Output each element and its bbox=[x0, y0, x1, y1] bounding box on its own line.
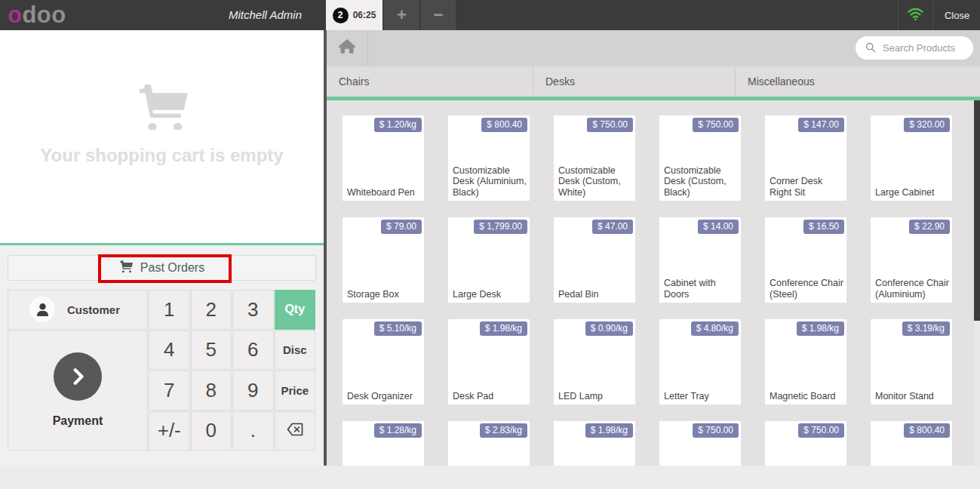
order-tab[interactable]: 2 06:25 bbox=[326, 0, 382, 30]
product-name: Customizable Desk (Custom, Black) bbox=[664, 165, 739, 198]
price-badge: $ 750.00 bbox=[587, 118, 633, 132]
product-card[interactable]: $ 4.80/kgLetter Tray bbox=[659, 318, 742, 405]
numpad-key-4[interactable]: 4 bbox=[149, 331, 190, 371]
past-orders-button[interactable]: Past Orders bbox=[8, 255, 316, 281]
chevron-right-icon bbox=[54, 352, 102, 401]
bottom-strip bbox=[0, 466, 980, 489]
product-card[interactable]: $ 800.40 bbox=[870, 420, 953, 466]
product-card[interactable]: $ 79.00Storage Box bbox=[342, 217, 425, 303]
product-name: Large Cabinet bbox=[875, 187, 950, 198]
category-tabs: ChairsDesksMiscellaneous bbox=[327, 66, 980, 97]
price-badge: $ 4.80/kg bbox=[691, 321, 739, 336]
payment-label: Payment bbox=[53, 414, 103, 428]
numpad-key-9[interactable]: 9 bbox=[232, 371, 274, 411]
price-badge: $ 1.98/kg bbox=[585, 423, 633, 438]
product-name: Large Desk bbox=[453, 289, 527, 300]
price-badge: $ 5.10/kg bbox=[374, 321, 422, 336]
product-scrollbar-thumb[interactable] bbox=[974, 100, 980, 321]
control-pad-region: Past Orders Customer Payment 123Qty456Di… bbox=[0, 245, 324, 466]
price-badge: $ 750.00 bbox=[693, 118, 739, 132]
product-card[interactable]: $ 1.98/kgDesk Pad bbox=[447, 318, 530, 405]
numpad-mode-qty[interactable]: Qty bbox=[275, 290, 316, 330]
close-button[interactable]: Close bbox=[934, 0, 980, 30]
product-card[interactable]: $ 14.00Cabinet with Doors bbox=[659, 217, 742, 303]
price-badge: $ 1.98/kg bbox=[480, 321, 527, 336]
order-count-badge: 2 bbox=[333, 8, 349, 23]
numpad-key-7[interactable]: 7 bbox=[149, 371, 190, 411]
product-card[interactable]: $ 47.00Pedal Bin bbox=[553, 217, 636, 303]
product-name: Magnetic Board bbox=[770, 391, 844, 402]
product-card[interactable]: $ 147.00Corner Desk Right Sit bbox=[764, 115, 847, 201]
remove-order-button[interactable]: − bbox=[421, 0, 456, 30]
product-card[interactable]: $ 2.83/kg bbox=[447, 420, 530, 466]
payment-button[interactable]: Payment bbox=[8, 331, 148, 451]
product-card[interactable]: $ 3.19/kgMonitor Stand bbox=[870, 318, 953, 405]
product-name: Corner Desk Right Sit bbox=[770, 176, 844, 198]
category-tab-desks[interactable]: Desks bbox=[533, 66, 736, 97]
top-bar: odoo Mitchell Admin 2 06:25 + − Close bbox=[0, 0, 980, 30]
product-scrollbar-track[interactable] bbox=[974, 100, 980, 466]
wifi-status-button[interactable] bbox=[898, 0, 933, 30]
numpad-key-0[interactable]: 0 bbox=[191, 411, 232, 451]
category-tab-miscellaneous[interactable]: Miscellaneous bbox=[736, 66, 980, 97]
product-card[interactable]: $ 1,799.00Large Desk bbox=[447, 217, 530, 303]
numpad-key-backspace[interactable] bbox=[275, 411, 316, 451]
home-category-button[interactable] bbox=[327, 30, 368, 66]
numpad-key--[interactable]: +/- bbox=[149, 411, 190, 451]
product-card[interactable]: $ 16.50Conference Chair (Steel) bbox=[764, 217, 847, 303]
price-badge: $ 147.00 bbox=[798, 118, 844, 132]
product-card[interactable]: $ 750.00Customizable Desk (Custom, Black… bbox=[659, 115, 742, 201]
new-order-button[interactable]: + bbox=[384, 0, 419, 30]
product-name: Desk Organizer bbox=[347, 391, 422, 402]
numpad-key-5[interactable]: 5 bbox=[191, 331, 232, 371]
product-card[interactable]: $ 1.98/kgMagnetic Board bbox=[764, 318, 847, 405]
product-card[interactable]: $ 750.00 bbox=[659, 420, 742, 466]
product-card[interactable]: $ 1.98/kg bbox=[553, 420, 636, 466]
backspace-icon bbox=[286, 419, 304, 442]
empty-cart-message: Your shopping cart is empty bbox=[40, 145, 283, 166]
product-name: Whiteboard Pen bbox=[347, 187, 422, 198]
past-orders-label: Past Orders bbox=[140, 261, 204, 275]
product-card[interactable]: $ 5.10/kgDesk Organizer bbox=[342, 318, 425, 405]
product-name: Conference Chair (Steel) bbox=[770, 278, 844, 300]
product-name: LED Lamp bbox=[558, 391, 633, 402]
product-card[interactable]: $ 1.28/kg bbox=[342, 420, 425, 466]
customer-avatar bbox=[29, 297, 55, 322]
product-card[interactable]: $ 800.40Customizable Desk (Aluminium, Bl… bbox=[447, 115, 530, 201]
search-icon bbox=[865, 42, 877, 57]
price-badge: $ 16.50 bbox=[803, 220, 844, 234]
numpad-mode-disc[interactable]: Disc bbox=[275, 331, 316, 371]
category-tab-chairs[interactable]: Chairs bbox=[327, 66, 533, 97]
price-badge: $ 320.00 bbox=[904, 118, 950, 132]
numpad-key-8[interactable]: 8 bbox=[191, 371, 232, 411]
price-badge: $ 1,799.00 bbox=[474, 220, 527, 234]
user-name: Mitchell Admin bbox=[0, 0, 302, 30]
panel-divider-vertical bbox=[324, 30, 327, 466]
price-badge: $ 1.98/kg bbox=[797, 321, 844, 336]
home-icon bbox=[339, 39, 355, 57]
numpad-key-3[interactable]: 3 bbox=[232, 290, 274, 330]
product-card[interactable]: $ 0.90/kgLED Lamp bbox=[553, 318, 636, 405]
numpad-key--[interactable]: . bbox=[232, 411, 274, 451]
product-card[interactable]: $ 750.00 bbox=[764, 420, 847, 466]
empty-cart-icon bbox=[137, 30, 188, 133]
product-name: Customizable Desk (Aluminium, Black) bbox=[453, 165, 527, 198]
product-grid: $ 1.20/kgWhiteboard Pen$ 800.40Customiza… bbox=[327, 100, 974, 466]
numpad-key-6[interactable]: 6 bbox=[232, 331, 274, 371]
price-badge: $ 79.00 bbox=[381, 220, 422, 234]
product-name: Conference Chair (Aluminium) bbox=[875, 278, 950, 300]
product-card[interactable]: $ 320.00Large Cabinet bbox=[870, 115, 953, 201]
numpad-mode-price[interactable]: Price bbox=[275, 371, 316, 411]
price-badge: $ 750.00 bbox=[798, 423, 844, 438]
product-name: Monitor Stand bbox=[875, 391, 950, 402]
price-badge: $ 800.40 bbox=[481, 118, 527, 132]
product-card[interactable]: $ 1.20/kgWhiteboard Pen bbox=[342, 115, 425, 201]
product-card[interactable]: $ 22.90Conference Chair (Aluminium) bbox=[870, 217, 953, 303]
numpad-area: Customer Payment 123Qty456Disc789Price+/… bbox=[8, 290, 316, 451]
product-name: Customizable Desk (Custom, White) bbox=[558, 165, 633, 198]
numpad-key-1[interactable]: 1 bbox=[149, 290, 190, 330]
numpad-key-2[interactable]: 2 bbox=[191, 290, 232, 330]
order-summary-panel: Your shopping cart is empty bbox=[0, 30, 324, 243]
customer-button[interactable]: Customer bbox=[8, 290, 148, 330]
product-card[interactable]: $ 750.00Customizable Desk (Custom, White… bbox=[553, 115, 636, 201]
